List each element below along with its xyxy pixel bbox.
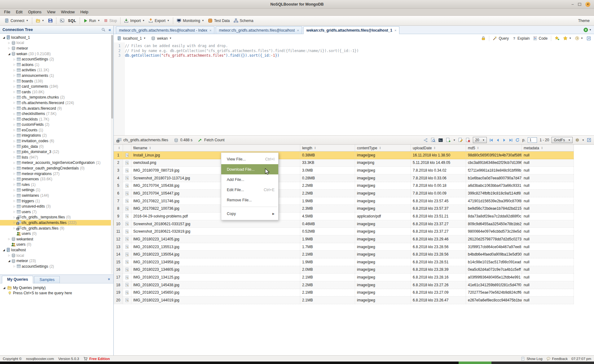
cell-length[interactable]: 0.28MB xyxy=(300,174,355,182)
cell-md5[interactable]: 7202775eae70e5624b9d824cff6 xyxy=(466,289,522,296)
tab-meteor-cfs-gridfs-attachments-files-localhost[interactable]: meteor:cfs_gridfs.attachments.files@loca… xyxy=(216,26,302,34)
cell-uploaddate[interactable]: 7.8.2018 klo 0.00.18 xyxy=(411,182,466,190)
cell-filename[interactable]: IMG_20180223_134605.jpg xyxy=(131,266,300,274)
table-row[interactable]: 18IMG_20180223_145438.jpg2.2MBimage/jpeg… xyxy=(114,281,574,289)
view-document-icon[interactable] xyxy=(123,182,131,190)
expander-icon[interactable]: ▷ xyxy=(12,63,16,66)
cell-uploaddate[interactable]: 6.8.2018 klo 23.26.47 xyxy=(411,296,466,304)
table-row[interactable]: 11Screenshot_20180621-032819.jpg0.52MBim… xyxy=(114,228,574,235)
cell-uploaddate[interactable]: 6.8.2018 klo 23.28.51 xyxy=(411,258,466,266)
cell-filename[interactable]: IMG_20180223_134125.jpg xyxy=(131,274,300,281)
menu-item-view-file[interactable]: View File...Ctrl+I xyxy=(221,154,278,164)
cell-filename[interactable]: Screenshot_20180621-033157.jpg xyxy=(131,220,300,228)
tree-item-actions[interactable]: ▷actions(1) xyxy=(0,62,113,68)
column-header-filename[interactable]: filename▲▼ xyxy=(131,145,300,151)
cell-filename[interactable]: IMG_20180223_141405.jpg xyxy=(131,235,300,243)
stop-button[interactable]: Stop xyxy=(102,18,119,24)
expander-icon[interactable]: ▷ xyxy=(12,151,16,153)
cell-contenttype[interactable]: image/png xyxy=(355,159,411,167)
cell-metadata[interactable]: null xyxy=(522,296,574,304)
row-number[interactable]: 19 xyxy=(114,289,123,296)
cell-metadata[interactable]: null xyxy=(522,159,574,167)
row-number[interactable]: 8 xyxy=(114,205,123,212)
tree-item-cfs-gridfs-tempstore-files[interactable]: ▷cfs_gridfs._tempstore.files(0) xyxy=(0,215,113,220)
prev-page-icon[interactable] xyxy=(496,138,500,142)
cell-filename[interactable]: IMG_20180223_145438.jpg xyxy=(131,281,300,289)
view-document-icon[interactable] xyxy=(123,289,131,296)
cell-length[interactable]: 2.2MB xyxy=(300,190,355,197)
view-document-icon[interactable] xyxy=(123,205,131,212)
tree-item-localhost[interactable]: ◢localhost xyxy=(0,247,113,253)
close-icon[interactable]: × xyxy=(394,29,396,32)
tree-item-meteor-oauth-pendingcredentials[interactable]: ▷meteor_oauth_pendingCredentials(0) xyxy=(0,165,113,171)
last-page-icon[interactable] xyxy=(509,138,513,142)
cell-uploaddate[interactable]: 6.8.2018 klo 23.28.39 xyxy=(411,266,466,274)
minimize-button[interactable]: − xyxy=(571,3,574,6)
feedback-button[interactable]: Feedback xyxy=(546,357,568,361)
cell-md5[interactable]: e267e0a6ef8ec8ccc948475b1ba xyxy=(466,296,522,304)
tree-item-checklistitems[interactable]: ▷checklistItems(7.5K) xyxy=(0,111,113,116)
tree-scrollbar-thumb[interactable] xyxy=(111,35,113,119)
cell-metadata[interactable]: null xyxy=(522,274,574,281)
table-row[interactable]: 16IMG_20180223_134605.jpg2.0MBimage/jpeg… xyxy=(114,266,574,274)
cell-contenttype[interactable]: application/pdf xyxy=(355,213,411,220)
menu-window[interactable]: Window xyxy=(58,9,77,15)
cell-md5[interactable]: 98d80c565f03f921fe4b730af58f8 xyxy=(466,151,522,159)
row-number[interactable]: 13 xyxy=(114,243,123,251)
tree-item-activities[interactable]: ▷activities(11.1K) xyxy=(0,68,113,73)
column-header-length[interactable]: length▲▼ xyxy=(300,145,355,151)
tree-item-invitation-codes[interactable]: ▷invitation_codes(6) xyxy=(0,138,113,144)
cell-uploaddate[interactable]: 6.8.2018 klo 23.28.56 xyxy=(411,243,466,251)
cell-length[interactable]: 2.0MB xyxy=(300,266,355,274)
expander-icon[interactable]: ◢ xyxy=(2,286,6,289)
schema-button[interactable]: Schema xyxy=(232,17,255,24)
expander-icon[interactable]: ▷ xyxy=(12,90,16,93)
close-icon[interactable]: × xyxy=(209,29,211,32)
my-queries-root[interactable]: ◢ My Queries (empty) xyxy=(2,285,113,291)
tree-scrollbar[interactable] xyxy=(111,34,113,274)
tree-item-users[interactable]: users(0) xyxy=(0,231,113,236)
show-log-button[interactable]: Show Log xyxy=(521,357,542,361)
row-number[interactable]: 12 xyxy=(114,235,123,243)
view-document-icon[interactable] xyxy=(123,190,131,197)
cell-metadata[interactable]: null xyxy=(522,289,574,296)
cell-length[interactable]: 0.38MB xyxy=(300,151,355,159)
expander-icon[interactable]: ▷ xyxy=(12,58,16,61)
table-row[interactable]: 14IMG_20180223_135054.jpg2.1MBimage/jpeg… xyxy=(114,251,574,258)
query-builder-button[interactable]: Query xyxy=(493,36,509,41)
row-number[interactable]: 18 xyxy=(114,281,123,289)
column-header-metadata[interactable]: metadata▲▼ xyxy=(522,145,574,151)
table-row[interactable]: 7IMG_20170822_101746.jpg1.9MBimage/jpeg6… xyxy=(114,197,574,205)
favorites-button[interactable]: ▼ xyxy=(563,36,571,41)
cell-filename[interactable]: IMG_20180223_145650.jpg xyxy=(131,289,300,296)
cell-uploaddate[interactable]: 7.8.2018 klo 0.33.06 xyxy=(411,174,466,182)
table-row[interactable]: 3IMG_20180709_080719.jpg3.0MBimage/jpeg7… xyxy=(114,167,574,174)
row-number[interactable]: 11 xyxy=(114,228,123,235)
expander-icon[interactable]: ▷ xyxy=(12,69,16,72)
view-document-icon[interactable] xyxy=(123,243,131,251)
cell-md5[interactable]: a03f99f836480495e12fdb4e991 xyxy=(466,274,522,281)
cell-uploaddate[interactable]: 5.11.2018 klo 14.49.05 xyxy=(411,159,466,167)
row-number[interactable]: 5 xyxy=(114,182,123,190)
tree-item-lists[interactable]: ▷lists(947) xyxy=(0,155,113,160)
tab-meteor-cfs-gridfs-attachments-files-localhost-index[interactable]: meteor:cfs_gridfs.attachments.files@loca… xyxy=(116,26,214,34)
find-in-results-icon[interactable] xyxy=(431,138,436,143)
explain-button[interactable]: ?Explain xyxy=(512,36,530,41)
table-row[interactable]: 20IMG_20180223_144019.jpg2.1MBimage/jpeg… xyxy=(114,296,574,304)
cell-metadata[interactable]: null xyxy=(522,220,574,228)
search-icon[interactable] xyxy=(101,28,106,32)
tree-item-meteor[interactable]: ▷meteor xyxy=(0,46,113,51)
schema-view-icon[interactable] xyxy=(423,138,428,143)
tree-item-accountsettings[interactable]: ▷accountSettings(2) xyxy=(0,56,113,62)
tree-item-cfs-attachments-filerecord[interactable]: ▷cfs.attachments.filerecord(224) xyxy=(0,100,113,106)
cell-contenttype[interactable]: image/jpeg xyxy=(355,289,411,296)
cell-uploaddate[interactable]: 7.8.2018 klo 0.34.02 xyxy=(411,167,466,174)
tree-item-meteor-migrations[interactable]: ▷meteor-migrations(27) xyxy=(0,171,113,177)
view-document-icon[interactable] xyxy=(123,266,131,274)
cell-uploaddate[interactable]: 6.8.2018 klo 23.51.21 xyxy=(411,213,466,220)
collapse-queries-icon[interactable]: » xyxy=(107,278,112,280)
cell-length[interactable]: 33.3KB xyxy=(300,159,355,167)
open-file-button[interactable]: ▼ xyxy=(34,18,46,24)
view-document-icon[interactable] xyxy=(123,251,131,258)
cell-md5[interactable]: 9800664e097e6cbbd573c28e5d xyxy=(466,228,522,235)
